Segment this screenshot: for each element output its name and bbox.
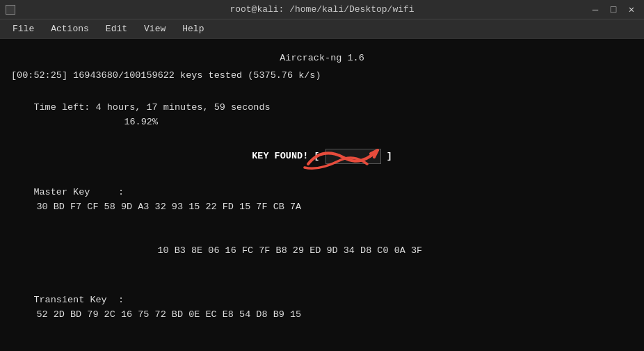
transient-key-line1: Transient Key : 52 2D BD 79 2C 16 75 72 … <box>11 279 633 337</box>
title-bar-controls: — □ ✕ <box>588 3 638 17</box>
menu-help[interactable]: Help <box>175 22 211 35</box>
time-left-label: Time left: 4 hours, 17 minutes, 59 secon… <box>33 102 270 113</box>
key-found-close: ] <box>387 151 392 161</box>
menu-actions[interactable]: Actions <box>44 22 96 35</box>
master-key-val1: 30 BD F7 CF 58 9D A3 32 93 15 22 FD 15 7… <box>36 202 301 212</box>
aircrack-header: Aircrack-ng 1.6 <box>11 51 633 66</box>
key-found-value <box>325 149 381 165</box>
master-key-label: Master Key : <box>33 187 124 197</box>
master-key-line1: Master Key : 30 BD F7 CF 58 9D A3 32 93 … <box>11 171 633 229</box>
key-found-label: KEY FOUND! [ <box>252 151 319 161</box>
transient-key-val1: 52 2D BD 79 2C 16 75 72 BD 0E EC E8 54 D… <box>36 309 301 320</box>
percent-value: 16.92% <box>124 117 158 127</box>
title-bar-title: root@kali: /home/kali/Desktop/wifi <box>230 4 414 15</box>
title-bar: root@kali: /home/kali/Desktop/wifi — □ ✕ <box>0 0 644 19</box>
window-icon <box>6 5 15 15</box>
menu-view[interactable]: View <box>137 22 172 35</box>
transient-key-line2: E9 CF AF 0F D4 2F 60 93 EA 62 5C 25 2E F… <box>11 337 633 351</box>
menu-bar: File Actions Edit View Help <box>0 19 644 39</box>
terminal-window[interactable]: Aircrack-ng 1.6 [00:52:25] 16943680/1001… <box>0 39 644 351</box>
maximize-button[interactable]: □ <box>606 3 620 17</box>
keys-tested-line: [00:52:25] 16943680/100159622 keys teste… <box>11 69 633 83</box>
menu-edit[interactable]: Edit <box>99 22 134 35</box>
minimize-button[interactable]: — <box>588 3 602 17</box>
menu-file[interactable]: File <box>6 22 41 35</box>
key-found-line: KEY FOUND! [ ] <box>11 149 633 165</box>
title-bar-left <box>6 5 15 15</box>
close-button[interactable]: ✕ <box>625 3 638 17</box>
master-key-line2: 10 B3 8E 06 16 FC 7F B8 29 ED 9D 34 D8 C… <box>11 229 633 273</box>
time-left-line: Time left: 4 hours, 17 minutes, 59 secon… <box>11 86 633 145</box>
transient-key-label: Transient Key : <box>33 295 124 305</box>
master-key-val2: 10 B3 8E 06 16 FC 7F B8 29 ED 9D 34 D8 C… <box>157 245 422 256</box>
